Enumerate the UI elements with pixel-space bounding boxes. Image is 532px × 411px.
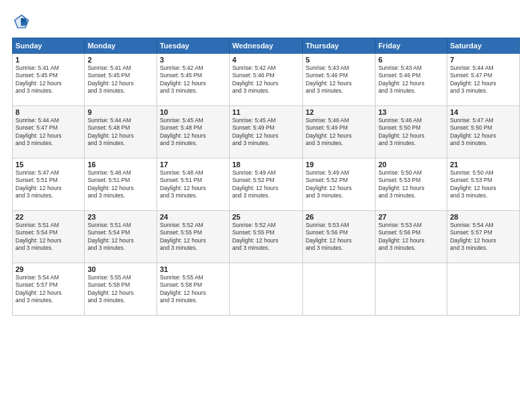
- day-info: Sunrise: 5:42 AMSunset: 5:45 PMDaylight:…: [160, 64, 226, 95]
- calendar-header-sunday: Sunday: [13, 38, 85, 54]
- day-info: Sunrise: 5:50 AMSunset: 5:53 PMDaylight:…: [450, 169, 517, 200]
- calendar-cell: 3Sunrise: 5:42 AMSunset: 5:45 PMDaylight…: [157, 54, 229, 106]
- calendar-header-monday: Monday: [85, 38, 157, 54]
- day-number: 17: [160, 161, 226, 169]
- calendar-week-3: 15Sunrise: 5:47 AMSunset: 5:51 PMDayligh…: [13, 158, 520, 211]
- day-number: 4: [232, 56, 300, 64]
- calendar-cell: 31Sunrise: 5:55 AMSunset: 5:58 PMDayligh…: [157, 263, 229, 316]
- day-number: 21: [450, 161, 517, 169]
- header: [12, 12, 520, 31]
- day-info: Sunrise: 5:48 AMSunset: 5:51 PMDaylight:…: [87, 169, 154, 200]
- day-number: 12: [306, 108, 372, 116]
- day-info: Sunrise: 5:50 AMSunset: 5:53 PMDaylight:…: [378, 169, 444, 200]
- day-info: Sunrise: 5:55 AMSunset: 5:58 PMDaylight:…: [87, 274, 154, 305]
- day-info: Sunrise: 5:51 AMSunset: 5:54 PMDaylight:…: [87, 222, 154, 253]
- calendar-cell: 14Sunrise: 5:47 AMSunset: 5:50 PMDayligh…: [447, 106, 519, 158]
- day-info: Sunrise: 5:53 AMSunset: 5:56 PMDaylight:…: [306, 222, 372, 253]
- calendar-cell: 23Sunrise: 5:51 AMSunset: 5:54 PMDayligh…: [85, 211, 157, 263]
- day-number: 28: [450, 213, 517, 221]
- day-info: Sunrise: 5:49 AMSunset: 5:52 PMDaylight:…: [232, 169, 300, 200]
- calendar-cell: 5Sunrise: 5:43 AMSunset: 5:46 PMDaylight…: [302, 54, 375, 106]
- day-number: 7: [450, 56, 517, 64]
- calendar-cell: 26Sunrise: 5:53 AMSunset: 5:56 PMDayligh…: [302, 211, 375, 263]
- day-number: 31: [160, 265, 226, 273]
- day-number: 10: [160, 108, 226, 116]
- calendar-cell: 28Sunrise: 5:54 AMSunset: 5:57 PMDayligh…: [447, 211, 519, 263]
- day-number: 14: [450, 108, 517, 116]
- day-number: 9: [87, 108, 154, 116]
- day-info: Sunrise: 5:45 AMSunset: 5:49 PMDaylight:…: [232, 117, 300, 148]
- calendar-header-wednesday: Wednesday: [229, 38, 302, 54]
- day-info: Sunrise: 5:48 AMSunset: 5:51 PMDaylight:…: [160, 169, 226, 200]
- day-number: 8: [15, 108, 81, 116]
- calendar-cell: 17Sunrise: 5:48 AMSunset: 5:51 PMDayligh…: [157, 158, 229, 211]
- day-info: Sunrise: 5:43 AMSunset: 5:46 PMDaylight:…: [378, 64, 444, 95]
- day-info: Sunrise: 5:41 AMSunset: 5:45 PMDaylight:…: [87, 64, 154, 95]
- day-number: 29: [15, 265, 81, 273]
- day-number: 18: [232, 161, 300, 169]
- logo-icon: [12, 12, 31, 31]
- calendar-cell: 20Sunrise: 5:50 AMSunset: 5:53 PMDayligh…: [375, 158, 447, 211]
- day-number: 20: [378, 161, 444, 169]
- calendar-cell: 22Sunrise: 5:51 AMSunset: 5:54 PMDayligh…: [13, 211, 85, 263]
- day-info: Sunrise: 5:41 AMSunset: 5:45 PMDaylight:…: [15, 64, 81, 95]
- day-info: Sunrise: 5:46 AMSunset: 5:50 PMDaylight:…: [378, 117, 444, 148]
- calendar-cell: 29Sunrise: 5:54 AMSunset: 5:57 PMDayligh…: [13, 263, 85, 316]
- calendar-cell: 9Sunrise: 5:44 AMSunset: 5:48 PMDaylight…: [85, 106, 157, 158]
- day-number: 26: [306, 213, 372, 221]
- calendar-cell: 24Sunrise: 5:52 AMSunset: 5:55 PMDayligh…: [157, 211, 229, 263]
- day-info: Sunrise: 5:45 AMSunset: 5:48 PMDaylight:…: [160, 117, 226, 148]
- calendar-cell: [229, 263, 302, 316]
- calendar-header-friday: Friday: [375, 38, 447, 54]
- calendar-week-2: 8Sunrise: 5:44 AMSunset: 5:47 PMDaylight…: [13, 106, 520, 158]
- calendar-cell: 1Sunrise: 5:41 AMSunset: 5:45 PMDaylight…: [13, 54, 85, 106]
- day-number: 22: [15, 213, 81, 221]
- day-info: Sunrise: 5:53 AMSunset: 5:56 PMDaylight:…: [378, 222, 444, 253]
- day-info: Sunrise: 5:52 AMSunset: 5:55 PMDaylight:…: [232, 222, 300, 253]
- day-info: Sunrise: 5:43 AMSunset: 5:46 PMDaylight:…: [306, 64, 372, 95]
- calendar-table: SundayMondayTuesdayWednesdayThursdayFrid…: [12, 38, 520, 316]
- calendar-cell: 10Sunrise: 5:45 AMSunset: 5:48 PMDayligh…: [157, 106, 229, 158]
- day-number: 23: [87, 213, 154, 221]
- day-info: Sunrise: 5:44 AMSunset: 5:47 PMDaylight:…: [450, 64, 517, 95]
- calendar-cell: 21Sunrise: 5:50 AMSunset: 5:53 PMDayligh…: [447, 158, 519, 211]
- day-info: Sunrise: 5:44 AMSunset: 5:47 PMDaylight:…: [15, 117, 81, 148]
- day-number: 19: [306, 161, 372, 169]
- day-number: 15: [15, 161, 81, 169]
- calendar-header-saturday: Saturday: [447, 38, 519, 54]
- day-number: 16: [87, 161, 154, 169]
- day-info: Sunrise: 5:44 AMSunset: 5:48 PMDaylight:…: [87, 117, 154, 148]
- day-number: 2: [87, 56, 154, 64]
- calendar-cell: 16Sunrise: 5:48 AMSunset: 5:51 PMDayligh…: [85, 158, 157, 211]
- calendar-cell: 12Sunrise: 5:46 AMSunset: 5:49 PMDayligh…: [302, 106, 375, 158]
- calendar-cell: 25Sunrise: 5:52 AMSunset: 5:55 PMDayligh…: [229, 211, 302, 263]
- day-number: 27: [378, 213, 444, 221]
- calendar-cell: 7Sunrise: 5:44 AMSunset: 5:47 PMDaylight…: [447, 54, 519, 106]
- calendar-cell: 15Sunrise: 5:47 AMSunset: 5:51 PMDayligh…: [13, 158, 85, 211]
- day-number: 3: [160, 56, 226, 64]
- day-info: Sunrise: 5:51 AMSunset: 5:54 PMDaylight:…: [15, 222, 81, 253]
- calendar-cell: 6Sunrise: 5:43 AMSunset: 5:46 PMDaylight…: [375, 54, 447, 106]
- day-number: 6: [378, 56, 444, 64]
- calendar-header-tuesday: Tuesday: [157, 38, 229, 54]
- calendar-header-row: SundayMondayTuesdayWednesdayThursdayFrid…: [13, 38, 520, 54]
- calendar-cell: [375, 263, 447, 316]
- day-number: 1: [15, 56, 81, 64]
- day-info: Sunrise: 5:54 AMSunset: 5:57 PMDaylight:…: [450, 222, 517, 253]
- calendar-cell: 11Sunrise: 5:45 AMSunset: 5:49 PMDayligh…: [229, 106, 302, 158]
- calendar-cell: 13Sunrise: 5:46 AMSunset: 5:50 PMDayligh…: [375, 106, 447, 158]
- day-info: Sunrise: 5:46 AMSunset: 5:49 PMDaylight:…: [306, 117, 372, 148]
- day-info: Sunrise: 5:47 AMSunset: 5:51 PMDaylight:…: [15, 169, 81, 200]
- day-info: Sunrise: 5:55 AMSunset: 5:58 PMDaylight:…: [160, 274, 226, 305]
- day-number: 30: [87, 265, 154, 273]
- day-number: 5: [306, 56, 372, 64]
- calendar-week-5: 29Sunrise: 5:54 AMSunset: 5:57 PMDayligh…: [13, 263, 520, 316]
- day-number: 25: [232, 213, 300, 221]
- calendar-cell: [302, 263, 375, 316]
- day-info: Sunrise: 5:52 AMSunset: 5:55 PMDaylight:…: [160, 222, 226, 253]
- day-number: 24: [160, 213, 226, 221]
- calendar-cell: 27Sunrise: 5:53 AMSunset: 5:56 PMDayligh…: [375, 211, 447, 263]
- calendar-cell: 4Sunrise: 5:42 AMSunset: 5:46 PMDaylight…: [229, 54, 302, 106]
- day-info: Sunrise: 5:42 AMSunset: 5:46 PMDaylight:…: [232, 64, 300, 95]
- calendar-cell: 30Sunrise: 5:55 AMSunset: 5:58 PMDayligh…: [85, 263, 157, 316]
